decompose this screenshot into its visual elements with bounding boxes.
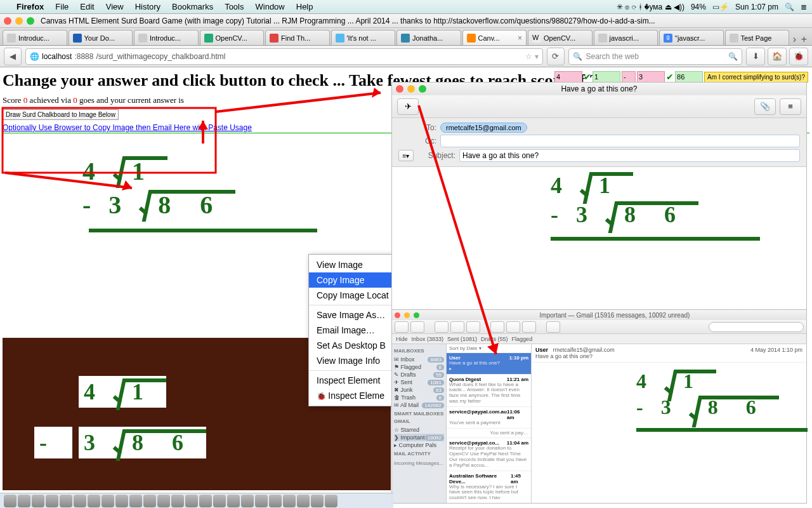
firebug-button[interactable]: 🐞 (789, 48, 808, 65)
message-item[interactable]: Australian Software Deve...1:45 amWhy is… (447, 471, 531, 503)
menu-tools[interactable]: Tools (225, 2, 244, 11)
app-name[interactable]: Firefox (16, 2, 44, 11)
get-mail-button[interactable] (395, 321, 409, 333)
minimize-icon[interactable] (407, 85, 415, 93)
mb-important[interactable]: ❯ Important10092 (394, 434, 444, 441)
page-content: Change your answer and click button to c… (0, 67, 812, 508)
mb-inbox[interactable]: ✉ Inbox8883 (394, 356, 444, 363)
window-title: Canvas HTML Element Surd Board Game (wit… (41, 17, 655, 25)
check-button[interactable]: Am I correct simplifying to surd(s)? (704, 72, 808, 83)
flag-button[interactable] (546, 321, 560, 333)
firefox-titlebar: Canvas HTML Element Surd Board Game (wit… (0, 14, 812, 28)
tab-7[interactable]: Canv...× (462, 30, 527, 45)
reply-all-button[interactable] (506, 321, 520, 333)
message-item[interactable]: You sent a pay… (447, 429, 531, 439)
downloads-button[interactable]: ⬇ (746, 48, 765, 65)
header-expand-button[interactable]: ≡▾ (398, 150, 414, 161)
zoom-icon[interactable] (27, 17, 34, 25)
bookmark-star-icon[interactable]: ☆ ▾ (525, 52, 538, 61)
reload-button[interactable]: ⟳ (547, 48, 565, 65)
input-d[interactable] (637, 71, 665, 83)
attach-button[interactable]: 📎 (754, 98, 776, 115)
menu-help[interactable]: Help (296, 2, 313, 11)
tab-overflow-icon[interactable]: › (793, 34, 796, 45)
fav-inbox[interactable]: Inbox (3833) (412, 336, 444, 342)
dock[interactable] (0, 493, 393, 508)
compose-button[interactable] (410, 321, 424, 333)
forward-button[interactable] (522, 321, 536, 333)
zoom-icon[interactable] (419, 85, 426, 93)
tab-4[interactable]: Find Th... (265, 30, 330, 45)
close-icon[interactable] (396, 85, 403, 93)
mb-computer-pals[interactable]: ▸ Computer Pals (394, 441, 444, 449)
fav-hide[interactable]: Hide (396, 336, 408, 342)
draw-chalkboard-button[interactable]: Draw Surd Chalkboard to Image Below (3, 109, 119, 120)
tab-10[interactable]: g"javascr... (659, 30, 724, 45)
tab-8[interactable]: WOpenCV... (528, 30, 593, 45)
tab-2[interactable]: Introduc... (134, 30, 199, 45)
send-button[interactable]: ✈ (397, 98, 419, 115)
minimize-icon[interactable] (15, 17, 23, 25)
spotlight-icon[interactable]: 🔍 (785, 3, 794, 11)
email-paste-link[interactable]: Optionally Use Browser to Copy Image the… (3, 123, 252, 132)
message-item[interactable]: Quora Digest11:21 amWhat does it feel li… (447, 375, 531, 407)
menu-edit[interactable]: Edit (80, 2, 94, 11)
subject-field[interactable] (459, 149, 800, 162)
sort-label[interactable]: Sort by Date ▾ (447, 344, 531, 353)
input-a[interactable] (554, 71, 582, 83)
compose-body[interactable]: 41 -38 6 (392, 166, 806, 312)
menu-bookmarks[interactable]: Bookmarks (172, 2, 213, 11)
mb-trash[interactable]: 🗑 Trash8 (394, 394, 444, 401)
input-e[interactable] (675, 71, 703, 83)
tab-6[interactable]: Jonatha... (396, 30, 461, 45)
tab-3[interactable]: OpenCV... (200, 30, 265, 45)
close-icon[interactable] (395, 312, 400, 318)
window-controls[interactable] (4, 17, 34, 25)
menu-view[interactable]: View (106, 2, 124, 11)
reply-button[interactable] (490, 321, 504, 333)
mb-drafts[interactable]: ✎ Drafts55 (394, 371, 444, 378)
junk-button[interactable] (466, 321, 480, 333)
tab-1[interactable]: Your Do... (69, 30, 133, 45)
zoom-icon[interactable] (414, 312, 419, 318)
tab-5[interactable]: 'It's not ... (331, 30, 396, 45)
archive-button[interactable] (435, 321, 449, 333)
fav-flagged[interactable]: Flagged (512, 336, 533, 342)
search-bar[interactable]: 🔍 Search the web 🔍 (568, 48, 742, 65)
fav-drafts[interactable]: Drafts (55) (481, 336, 508, 342)
tick-icon: ✔ (666, 72, 674, 82)
message-item-selected[interactable]: User1:10 pm Have a go at this one? ▸ (447, 353, 531, 375)
message-item[interactable]: service@paypal.com.au11:06 amYou've sent… (447, 407, 531, 429)
mb-junk[interactable]: ✖ Junk83 (394, 386, 444, 394)
input-c[interactable] (622, 71, 636, 83)
mail-search[interactable] (709, 322, 804, 332)
back-button[interactable]: ◀ (4, 48, 22, 65)
delete-button[interactable] (450, 321, 464, 333)
tab-11[interactable]: Test Page (725, 30, 790, 45)
tab-9[interactable]: javascri... (594, 30, 658, 45)
format-button[interactable]: ≡ (780, 98, 801, 115)
message-item[interactable]: service@paypal.co...11:04 amReceipt for … (447, 438, 531, 471)
mb-flagged[interactable]: ⚑ Flagged8 (394, 363, 444, 371)
battery-percent: 94% (691, 3, 706, 11)
url-bar[interactable]: 🌐 localhost:8888/surd_withimagecopy_chal… (25, 48, 543, 65)
tab-0[interactable]: Introduc... (3, 30, 67, 45)
close-icon[interactable] (4, 17, 11, 25)
tab-close-icon[interactable]: × (518, 34, 522, 43)
surd-canvas[interactable]: 4 1 - 3 8 6 (82, 156, 317, 232)
notification-center-icon[interactable]: ≣ (801, 3, 807, 11)
search-go-icon[interactable]: 🔍 (728, 52, 738, 61)
mb-allmail[interactable]: ✉ All Mail142682 (394, 401, 444, 409)
menu-history[interactable]: History (135, 2, 160, 11)
mb-starred[interactable]: ☆ Starred (394, 426, 444, 434)
mb-sent[interactable]: ✈ Sent1081 (394, 378, 444, 386)
menu-window[interactable]: Window (256, 2, 285, 11)
minimize-icon[interactable] (404, 312, 410, 318)
menu-file[interactable]: File (55, 2, 69, 11)
home-button[interactable]: 🏠 (768, 48, 787, 65)
to-recipient[interactable]: rmetcalfe15@gmail.com (440, 123, 527, 133)
input-b[interactable] (593, 71, 620, 83)
cc-field[interactable] (440, 135, 800, 147)
new-tab-button[interactable]: + (801, 34, 807, 45)
fav-sent[interactable]: Sent (1081) (447, 336, 477, 342)
